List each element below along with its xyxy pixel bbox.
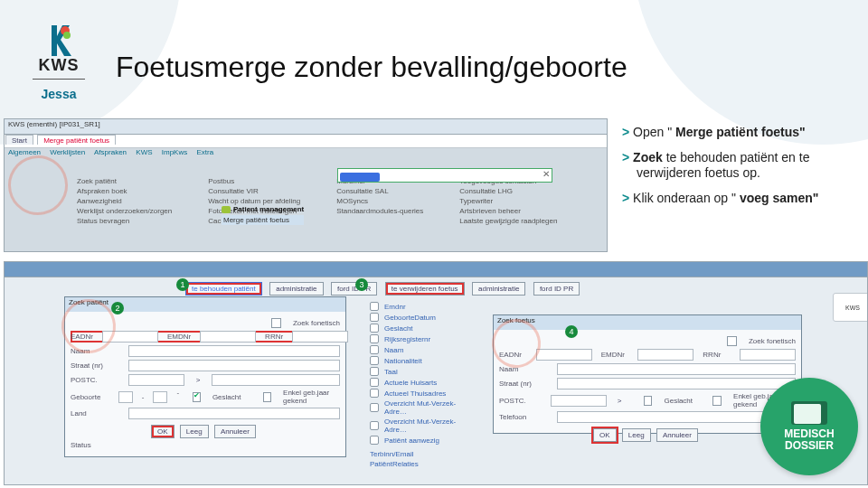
field-label: Overzicht Mut-Verzek-Adre… [384, 399, 478, 416]
tab-adm2[interactable]: administratie [472, 282, 525, 296]
checkbox[interactable] [271, 318, 281, 328]
list-item[interactable]: Werklijst onderzoeken/zorgen [77, 207, 172, 217]
link[interactable]: PatiëntRelaties [370, 460, 478, 468]
close-icon[interactable]: ✕ [542, 169, 550, 179]
field-label: Actueel Thuisadres [384, 389, 446, 398]
list-item[interactable]: Zoek patiënt [77, 177, 172, 187]
group-col: Zoek patiënt Afspraken boek Aanwezigheid… [77, 177, 172, 227]
chevron-icon: > [622, 191, 629, 205]
input-naam[interactable] [128, 345, 340, 357]
step-badge-2: 2 [111, 302, 124, 314]
input-rr[interactable] [740, 349, 796, 361]
checkbox[interactable] [727, 336, 737, 346]
menu-item[interactable]: ImpKws [162, 148, 187, 156]
input-gemeente[interactable] [212, 374, 340, 386]
field-label: Patiënt aanwezig [384, 436, 439, 445]
tab-ford[interactable]: ford ID PR [331, 282, 377, 296]
menu-item[interactable]: Afspraken [94, 148, 127, 156]
tab-merge[interactable]: Merge patiënt foetus [37, 135, 116, 145]
menu-item[interactable]: Extra [196, 148, 213, 156]
list-item[interactable]: Consultatie VIR [208, 187, 300, 197]
input-ead[interactable] [536, 349, 592, 361]
cancel-button[interactable]: Annuleer [656, 428, 698, 442]
ok-button[interactable]: OK [151, 425, 175, 438]
search-selection [340, 173, 380, 182]
menu-bar: Algemeen Werklijsten Afspraken KWS ImpKw… [5, 148, 607, 159]
tabs-row-top: te behouden patiënt administratie ford I… [185, 278, 583, 296]
list-item[interactable]: Consultatie LHG [459, 187, 557, 197]
tab-ford2[interactable]: ford ID PR [533, 282, 580, 296]
list-item[interactable]: Afspraken boek [77, 187, 172, 197]
input-mm[interactable] [153, 391, 167, 403]
menu-merge-patient-foetus[interactable]: Merge patiënt foetus [222, 215, 304, 225]
instruction-item: > Klik onderaan op " voeg samen" [622, 191, 857, 207]
list-item[interactable]: Postbus [208, 177, 300, 187]
field-label: Emdnr [384, 303, 406, 311]
ok-button[interactable]: OK [593, 428, 617, 442]
clear-button[interactable]: Leeg [622, 428, 651, 442]
medisch-dossier-medallion: MEDISCH DOSSIER [760, 378, 858, 475]
field-label: Geslacht [384, 324, 413, 333]
list-item[interactable]: MOSyncs [336, 197, 423, 207]
list-item[interactable]: Artsbrieven beheer [459, 207, 557, 217]
list-item[interactable]: Aanwezigheid [77, 197, 172, 207]
slide-title: Foetusmerge zonder bevalling/geboorte [116, 51, 627, 84]
pm-icon [222, 206, 231, 213]
tab-keep-patient[interactable]: te behouden patiënt [185, 282, 262, 296]
field-label: Overzicht Mut-Verzek-Adre… [384, 418, 478, 434]
input-rr[interactable] [292, 331, 348, 343]
input-dd[interactable] [118, 391, 133, 403]
field-label: GeboorteDatum [384, 314, 436, 322]
menu-item[interactable]: KWS [136, 148, 152, 156]
checkbox[interactable] [193, 392, 201, 402]
input-naam[interactable] [557, 363, 796, 375]
tab-remove-foetus[interactable]: te verwijderen foetus [385, 282, 465, 296]
field-label: Naam [384, 346, 403, 354]
search-patient-dialog: Zoek patiënt Zoek fonetisch EADNr EMDNr … [64, 296, 346, 457]
cancel-button[interactable]: Annuleer [214, 425, 256, 438]
group-col: Murumer Consultatie SAL MOSyncs Standaar… [336, 177, 423, 227]
window-titlebar [5, 262, 867, 277]
field-label: Rijksregisternr [384, 335, 430, 343]
checkbox[interactable] [263, 392, 271, 402]
app-tab-row: Start Merge patiënt foetus [5, 135, 607, 148]
search-foetus-dialog: Zoek foetus Zoek fonetisch EADNr EMDNr R… [493, 314, 802, 434]
input-straat[interactable] [557, 378, 796, 389]
chevron-icon: > [622, 125, 629, 139]
input-postc[interactable] [128, 374, 184, 386]
list-item[interactable]: Consultatie SAL [336, 187, 423, 197]
logo-text: KWS [33, 56, 85, 75]
list-item[interactable]: Status bevragen [77, 217, 172, 227]
instruction-list: > Open " Merge patiënt foetus" > Zoek te… [622, 125, 857, 215]
checkbox[interactable] [712, 396, 722, 406]
list-item[interactable]: Typewriter [459, 197, 557, 207]
link[interactable]: Terbinn/Email [370, 450, 478, 458]
decor-circle-tr [633, 0, 868, 145]
quick-search-popup[interactable]: ✕ [337, 168, 552, 183]
group-col: Toegevoegde contacten Consultatie LHG Ty… [459, 177, 557, 227]
checkbox[interactable] [644, 396, 653, 406]
tab-start[interactable]: Start [5, 135, 33, 145]
dialog-title: Zoek foetus [494, 315, 801, 330]
input-straat[interactable] [128, 360, 340, 371]
input-land[interactable] [128, 408, 340, 419]
chevron-icon: > [622, 150, 629, 164]
instruction-item: > Open " Merge patiënt foetus" [622, 125, 857, 141]
input-emd[interactable] [200, 331, 256, 343]
field-label: Nationaliteit [384, 357, 422, 365]
menu-item[interactable]: Werklijsten [50, 148, 85, 156]
logo-block: KWS Jessa [33, 25, 85, 101]
clear-button[interactable]: Leeg [180, 425, 209, 438]
step-badge-3: 3 [355, 278, 368, 291]
logo-sub: Jessa [33, 87, 85, 101]
screenshot-top: KWS (ementhi) [IP031_SR1] Start Merge pa… [4, 118, 608, 252]
tab-adm[interactable]: administratie [269, 282, 323, 296]
field-label: Actuele Huisarts [384, 379, 437, 387]
list-item[interactable]: Laatste gewijzigde raadplegen [459, 217, 557, 227]
input-emd[interactable] [637, 349, 693, 361]
logo-mini: KWS [833, 293, 868, 322]
list-item[interactable]: Standaardmodules-queries [336, 207, 423, 217]
input-postc[interactable] [551, 395, 607, 407]
screenshot-bottom: 1 2 3 4 te behouden patiënt administrati… [4, 261, 868, 485]
field-label: Taal [384, 368, 398, 376]
